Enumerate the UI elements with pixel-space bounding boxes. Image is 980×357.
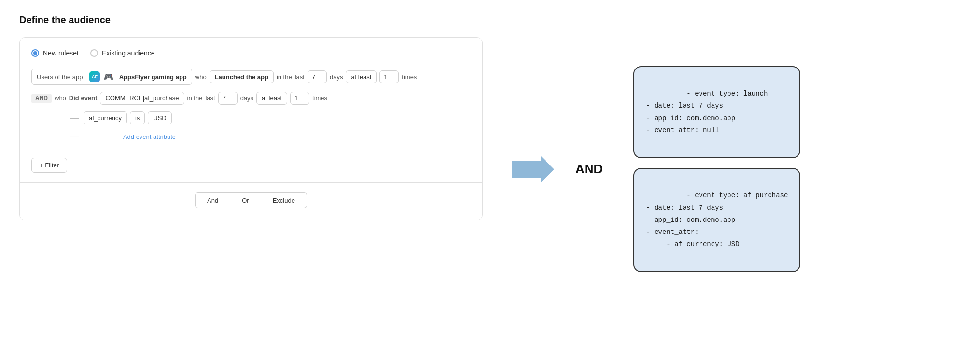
- attr-value-label: USD: [153, 114, 166, 122]
- big-arrow: [512, 156, 554, 183]
- times-input-1[interactable]: 1: [379, 70, 399, 83]
- filter-row-2: AND who Did event COMMERCE|af_purchase i…: [31, 92, 471, 105]
- info-boxes: - event_type: launch - date: last 7 days…: [633, 66, 800, 272]
- at-least-token-2[interactable]: at least: [256, 92, 287, 105]
- left-panel: New ruleset Existing audience Users of t…: [19, 37, 483, 220]
- event-name-label: COMMERCE|af_purchase: [105, 95, 179, 102]
- users-of-text: Users of the app: [37, 73, 83, 81]
- and-badge: AND: [31, 94, 52, 103]
- info-box-2-content: - event_type: af_purchase - date: last 7…: [646, 192, 788, 248]
- who-text-1: who: [195, 73, 207, 81]
- ruleset-card: New ruleset Existing audience Users of t…: [19, 37, 483, 220]
- times-label-1: times: [402, 73, 417, 81]
- attr-connector-icon: —: [70, 113, 79, 123]
- at-least-token-1[interactable]: at least: [346, 70, 377, 83]
- info-box-1-content: - event_type: launch - date: last 7 days…: [646, 90, 768, 134]
- arrow-head: [541, 156, 554, 183]
- radio-label-existing: Existing audience: [102, 49, 155, 57]
- at-least-label-1: at least: [351, 73, 371, 81]
- add-event-attr-link[interactable]: Add event attribute: [123, 133, 176, 140]
- radio-label-new: New ruleset: [43, 49, 79, 57]
- divider: [20, 182, 482, 183]
- days-input-2[interactable]: 7: [218, 92, 238, 105]
- days-label-1: days: [330, 73, 343, 81]
- and-button[interactable]: And: [195, 192, 230, 208]
- event-name-token[interactable]: COMMERCE|af_purchase: [100, 92, 184, 105]
- main-container: New ruleset Existing audience Users of t…: [19, 37, 961, 272]
- info-box-2: - event_type: af_purchase - date: last 7…: [633, 168, 800, 272]
- add-event-attr-container: — Add event attribute: [70, 131, 471, 149]
- exclude-button[interactable]: Exclude: [261, 192, 307, 208]
- radio-circle-empty: [90, 49, 98, 57]
- filter-button[interactable]: + Filter: [31, 158, 67, 173]
- add-attr-connector: —: [70, 131, 79, 141]
- attr-name-label: af_currency: [89, 114, 122, 122]
- last-text-2: last: [205, 95, 215, 102]
- days-label-2: days: [240, 95, 253, 102]
- radio-group: New ruleset Existing audience: [31, 49, 471, 57]
- in-the-text-1: in the: [277, 73, 292, 81]
- attr-value-token[interactable]: USD: [148, 111, 171, 124]
- times-label-2: times: [312, 95, 327, 102]
- attr-is-label: is: [135, 114, 140, 122]
- right-panel: AND - event_type: launch - date: last 7 …: [512, 56, 800, 272]
- attr-row: — af_currency is USD: [70, 111, 471, 124]
- users-of-app-token: Users of the app AF 🎮 AppsFlyer gaming a…: [31, 69, 192, 85]
- attr-is-token: is: [130, 111, 145, 124]
- at-least-label-2: at least: [262, 95, 282, 102]
- last-text-1: last: [295, 73, 305, 81]
- appsflyer-logo-icon: AF: [89, 71, 100, 82]
- filter-row-1: Users of the app AF 🎮 AppsFlyer gaming a…: [31, 69, 471, 85]
- who-text-2: who: [55, 95, 66, 102]
- days-input-1[interactable]: 7: [308, 70, 327, 83]
- arrow-shaft: [512, 161, 541, 178]
- did-event-text: Did event: [69, 95, 98, 102]
- filter-section: + Filter: [31, 158, 471, 173]
- attr-name-token[interactable]: af_currency: [84, 111, 127, 124]
- or-button[interactable]: Or: [230, 192, 261, 208]
- launched-token[interactable]: Launched the app: [210, 70, 274, 83]
- action-row: And Or Exclude: [31, 192, 471, 208]
- radio-existing-audience[interactable]: Existing audience: [90, 49, 155, 57]
- times-input-2[interactable]: 1: [290, 92, 309, 105]
- page-title: Define the audience: [19, 14, 961, 26]
- radio-new-ruleset[interactable]: New ruleset: [31, 49, 79, 57]
- info-box-1: - event_type: launch - date: last 7 days…: [633, 66, 800, 158]
- right-layout: AND - event_type: launch - date: last 7 …: [512, 66, 800, 272]
- app-name-text: AppsFlyer gaming app: [119, 73, 187, 81]
- and-label: AND: [575, 162, 602, 177]
- radio-circle-selected: [31, 49, 39, 57]
- launched-label: Launched the app: [215, 73, 268, 81]
- in-the-text-2: in the: [187, 95, 203, 102]
